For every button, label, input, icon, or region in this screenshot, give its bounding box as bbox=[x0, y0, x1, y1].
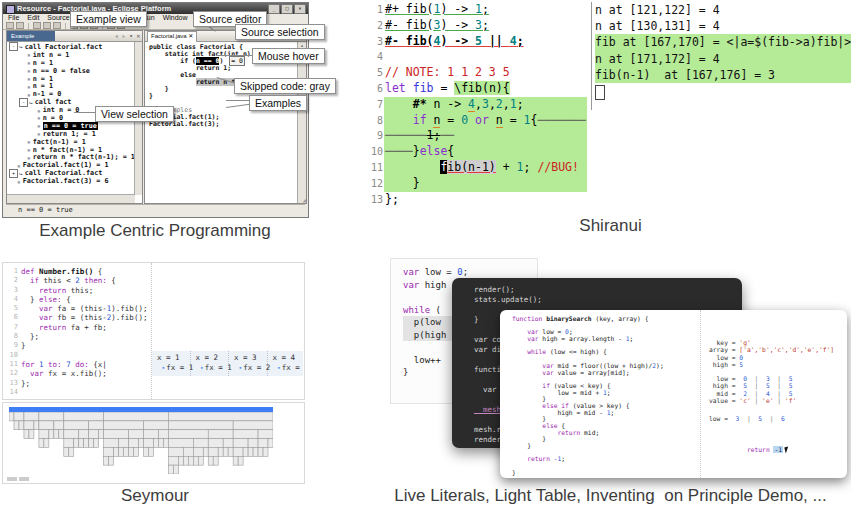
expand-icon[interactable] bbox=[19, 154, 26, 161]
tree-item[interactable]: n = 1 bbox=[7, 75, 135, 83]
result-column[interactable]: x = 1 •fx = 1 bbox=[152, 351, 191, 376]
probe-variable: x = 4 bbox=[273, 353, 306, 363]
tree-item-label: n * fact(n-1) = 1 bbox=[33, 146, 103, 154]
expand-icon[interactable] bbox=[19, 51, 26, 58]
binary-search-code[interactable]: function binarySearch (key, array) { var… bbox=[500, 310, 700, 478]
tree-item[interactable]: - call Factorial.fact bbox=[7, 43, 135, 51]
code-line: 3 return this; bbox=[3, 286, 304, 295]
tree-item[interactable]: int n = 1 bbox=[7, 51, 135, 59]
example-view-tab[interactable]: Example bbox=[7, 31, 55, 41]
expand-icon[interactable] bbox=[29, 130, 36, 137]
expand-icon[interactable]: + bbox=[9, 169, 18, 178]
tree-item[interactable]: - call fact bbox=[7, 98, 135, 106]
callout-view-selection: View selection bbox=[95, 106, 174, 122]
probe-value: •fx = 1 bbox=[157, 363, 190, 373]
code-line: 2 if this < 2 then: { bbox=[3, 276, 304, 285]
expand-icon[interactable] bbox=[19, 67, 26, 74]
code-line: } bbox=[512, 470, 700, 477]
tree-item[interactable]: return n * fact(n-1); = 1 bbox=[7, 153, 135, 161]
tree-item[interactable]: return 1; = 1 bbox=[7, 130, 135, 138]
code-line: 13 }; bbox=[3, 379, 304, 388]
tree-item[interactable]: n = 1 bbox=[7, 82, 135, 90]
code-line: var value = array[mid]; bbox=[512, 370, 700, 377]
window-button[interactable]: ✕ bbox=[294, 4, 306, 14]
call-trace-svg[interactable] bbox=[9, 412, 273, 474]
expand-icon[interactable] bbox=[9, 178, 16, 185]
toolbar-icon[interactable] bbox=[53, 22, 61, 29]
tree-item[interactable]: n == 0 = false bbox=[7, 67, 135, 75]
menu-item[interactable]: Source bbox=[47, 14, 69, 22]
code-line: 12 } bbox=[370, 176, 587, 192]
shiranui-editor[interactable]: 1 #+ fib(1) -> 1; 2 #- fib(3) -> 3; 3 #-… bbox=[370, 2, 587, 209]
window-button[interactable]: _ bbox=[268, 4, 280, 14]
expand-icon[interactable] bbox=[29, 122, 36, 129]
tree-item-label: n == 0 = true bbox=[43, 122, 98, 130]
caption-shiranui: Shiranui bbox=[370, 216, 851, 236]
result-column[interactable]: x = 3 •fx = 2 bbox=[229, 351, 268, 376]
tree-item-icon bbox=[27, 83, 31, 90]
probe-value: •fx = 1 bbox=[196, 363, 229, 373]
toolbar-icon[interactable] bbox=[33, 22, 41, 29]
tree-horizontal-scrollbar[interactable] bbox=[7, 194, 135, 203]
seymour-editor[interactable]: 1 def Number.fib() { 2 if this < 2 then:… bbox=[2, 262, 305, 400]
tree-item[interactable]: n * fact(n-1) = 1 bbox=[7, 146, 135, 154]
code-line: 8 if n = 0 or n = 1{─────── bbox=[370, 113, 587, 129]
expand-icon[interactable] bbox=[19, 59, 26, 66]
result-column[interactable]: x = 2 •fx = 1 bbox=[191, 351, 230, 376]
menu-item[interactable]: Edit bbox=[27, 14, 39, 22]
editor-tab[interactable]: Factorial.java ✕ bbox=[147, 31, 197, 42]
toolbar-icon[interactable] bbox=[43, 22, 51, 29]
shiranui-output[interactable]: n at [121,122] = 4n at [130,131] = 4fib … bbox=[591, 2, 851, 110]
tree-item[interactable]: n = 1 bbox=[7, 59, 135, 67]
code-line: return -1; bbox=[512, 456, 700, 463]
code-line: 4 bbox=[370, 49, 587, 65]
result-column[interactable]: x = 4 •fx = bbox=[268, 351, 306, 376]
line-number: 13 bbox=[3, 379, 21, 388]
tree-item[interactable]: n == 0 = true bbox=[7, 122, 135, 130]
callout-mouse-hover: Mouse hover bbox=[252, 48, 325, 64]
code-line: 8 }; bbox=[3, 332, 304, 341]
leader-line bbox=[226, 100, 249, 101]
tree-item-label: fact(n-1) = 1 bbox=[33, 138, 86, 146]
value-dot-icon: • bbox=[239, 364, 243, 371]
value-line: key = 'g' bbox=[709, 339, 834, 347]
value-dot-icon: • bbox=[277, 364, 281, 371]
expand-icon[interactable] bbox=[19, 75, 26, 82]
output-line: n at [130,131] = 4 bbox=[595, 18, 851, 34]
line-number: 2 bbox=[370, 18, 385, 34]
line-number: 7 bbox=[370, 97, 385, 113]
expand-icon[interactable]: - bbox=[19, 98, 28, 107]
expand-icon[interactable] bbox=[19, 83, 26, 90]
menu-item[interactable]: Window bbox=[163, 14, 188, 22]
expand-icon[interactable] bbox=[19, 146, 26, 153]
expand-icon[interactable] bbox=[19, 138, 26, 145]
expand-icon[interactable] bbox=[29, 114, 36, 121]
tree-item[interactable]: Factorial.fact(3) = 6 bbox=[7, 177, 135, 185]
view-toolbar-icons[interactable]: ◃ ▹ ▾ ✕ bbox=[115, 32, 140, 40]
code-line: 2 #- fib(3) -> 3; bbox=[370, 18, 587, 34]
tree-item-icon bbox=[37, 130, 41, 137]
code-line bbox=[512, 463, 700, 470]
call-trace-chart[interactable] bbox=[2, 402, 305, 484]
tree-item-icon bbox=[29, 99, 33, 106]
editor-vertical-scrollbar[interactable]: ▴ bbox=[297, 42, 306, 203]
tree-item[interactable]: Factorial.fact(1) = 1 bbox=[7, 161, 135, 169]
menu-item[interactable]: File bbox=[8, 14, 19, 22]
line-number: 9 bbox=[3, 341, 21, 350]
chart-scroll-thumbs[interactable] bbox=[7, 477, 29, 481]
tab-close-icon[interactable]: ✕ bbox=[188, 33, 193, 39]
resize-grip-icon[interactable]: ◢ bbox=[302, 196, 306, 203]
window-button[interactable]: □ bbox=[281, 4, 293, 14]
source-editor[interactable]: public class Factorial { static int fact… bbox=[145, 42, 298, 203]
tree-item-label: call Factorial.fact bbox=[25, 43, 103, 51]
toolbar-icon[interactable] bbox=[16, 22, 24, 29]
tree-item[interactable]: fact(n-1) = 1 bbox=[7, 138, 135, 146]
toolbar-icon[interactable] bbox=[6, 22, 14, 29]
tree-item[interactable]: + call Factorial.fact bbox=[7, 169, 135, 177]
code-line: 10 ────}else{ bbox=[370, 144, 587, 160]
code-line: 5 var fa = (this-1).fib(); bbox=[3, 304, 304, 313]
output-line: n at [121,122] = 4 bbox=[595, 2, 851, 18]
live-literals-window[interactable]: function binarySearch (key, array) { var… bbox=[500, 310, 847, 478]
expand-icon[interactable] bbox=[29, 107, 36, 114]
expand-icon[interactable]: - bbox=[9, 42, 18, 51]
